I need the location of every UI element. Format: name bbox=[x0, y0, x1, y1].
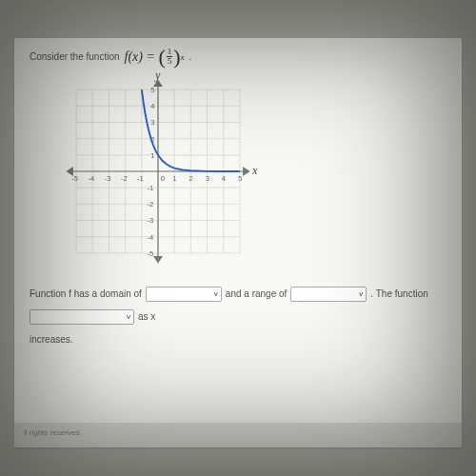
footer-copyright: ll rights reserved. bbox=[24, 428, 82, 437]
svg-text:1: 1 bbox=[172, 174, 176, 183]
answer-sentence: Function f has a domain of v and a range… bbox=[30, 285, 446, 349]
graph: -5-4-3-2-112345-5-4-3-2-1123450 x y bbox=[58, 71, 258, 271]
y-axis-label: y bbox=[154, 71, 161, 82]
svg-text:-2: -2 bbox=[121, 174, 128, 183]
function-formula: f(x) = ( 1 5 ) x bbox=[125, 48, 185, 66]
svg-text:4: 4 bbox=[222, 174, 227, 183]
svg-text:-4: -4 bbox=[89, 174, 96, 183]
svg-text:-1: -1 bbox=[137, 174, 144, 183]
svg-text:-5: -5 bbox=[148, 249, 154, 258]
prompt-intro: Consider the function bbox=[30, 51, 120, 62]
svg-text:5: 5 bbox=[150, 86, 154, 94]
coordinate-plane: -5-4-3-2-112345-5-4-3-2-1123450 x y bbox=[58, 71, 258, 271]
svg-text:3: 3 bbox=[206, 174, 209, 183]
answer-text-3: . The function bbox=[370, 285, 427, 304]
footer-bar: ll rights reserved. bbox=[14, 423, 462, 447]
fraction: 1 5 bbox=[167, 48, 173, 66]
svg-text:-4: -4 bbox=[148, 233, 155, 242]
svg-text:2: 2 bbox=[188, 174, 192, 183]
svg-text:5: 5 bbox=[238, 174, 242, 183]
answer-text-4: as x bbox=[138, 307, 155, 327]
answer-text-1: Function f has a domain of bbox=[30, 285, 142, 304]
chevron-down-icon: v bbox=[214, 287, 218, 302]
answer-text-2: and a range of bbox=[226, 285, 288, 304]
chevron-down-icon: v bbox=[359, 287, 363, 302]
behavior-dropdown[interactable]: v bbox=[30, 309, 134, 325]
range-dropdown[interactable]: v bbox=[290, 287, 367, 302]
svg-text:3: 3 bbox=[150, 118, 154, 127]
x-axis-label: x bbox=[251, 165, 257, 176]
svg-text:-3: -3 bbox=[105, 174, 111, 183]
svg-text:-3: -3 bbox=[148, 216, 154, 225]
chevron-down-icon: v bbox=[127, 309, 130, 325]
question-prompt: Consider the function f(x) = ( 1 5 ) x . bbox=[30, 48, 446, 66]
svg-text:-1: -1 bbox=[148, 184, 154, 192]
svg-text:-2: -2 bbox=[148, 200, 154, 208]
svg-text:0: 0 bbox=[161, 174, 165, 183]
svg-text:-5: -5 bbox=[71, 174, 78, 183]
answer-text-5: increases. bbox=[30, 330, 446, 349]
domain-dropdown[interactable]: v bbox=[146, 287, 222, 302]
question-panel: Consider the function f(x) = ( 1 5 ) x . bbox=[14, 38, 462, 447]
svg-text:4: 4 bbox=[150, 102, 155, 110]
svg-text:1: 1 bbox=[150, 151, 154, 160]
